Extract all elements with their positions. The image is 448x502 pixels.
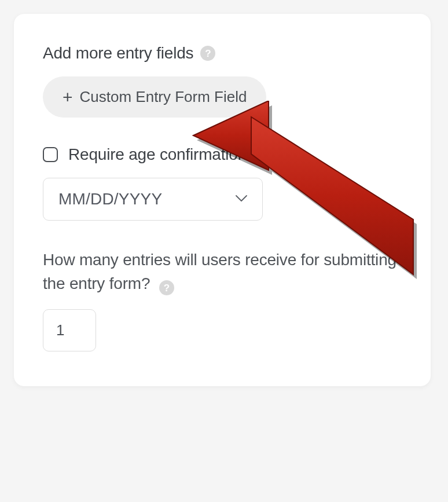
date-format-select[interactable]: MM/DD/YYYY <box>43 178 263 221</box>
help-icon[interactable]: ? <box>200 46 215 61</box>
help-icon[interactable]: ? <box>257 147 272 162</box>
age-confirm-section: Require age confirmation ? MM/DD/YYYY <box>43 145 402 221</box>
help-icon[interactable]: ? <box>159 280 174 295</box>
add-fields-section: Add more entry fields ? + Custom Entry F… <box>43 44 402 118</box>
age-confirm-label: Require age confirmation <box>68 145 247 164</box>
add-fields-heading-row: Add more entry fields ? <box>43 44 402 63</box>
plus-icon: + <box>63 89 73 106</box>
entries-count-input[interactable] <box>43 309 96 351</box>
date-format-value: MM/DD/YYYY <box>58 190 162 208</box>
age-confirm-row: Require age confirmation ? <box>43 145 402 164</box>
add-custom-field-label: Custom Entry Form Field <box>80 88 247 106</box>
add-custom-field-button[interactable]: + Custom Entry Form Field <box>43 76 266 118</box>
add-fields-heading: Add more entry fields <box>43 44 193 63</box>
settings-panel: Add more entry fields ? + Custom Entry F… <box>14 14 431 386</box>
entries-count-text: How many entries will users receive for … <box>43 251 396 292</box>
age-confirm-checkbox[interactable] <box>43 147 58 162</box>
chevron-down-icon <box>236 194 247 204</box>
entries-count-question: How many entries will users receive for … <box>43 248 402 295</box>
entries-count-section: How many entries will users receive for … <box>43 248 402 351</box>
